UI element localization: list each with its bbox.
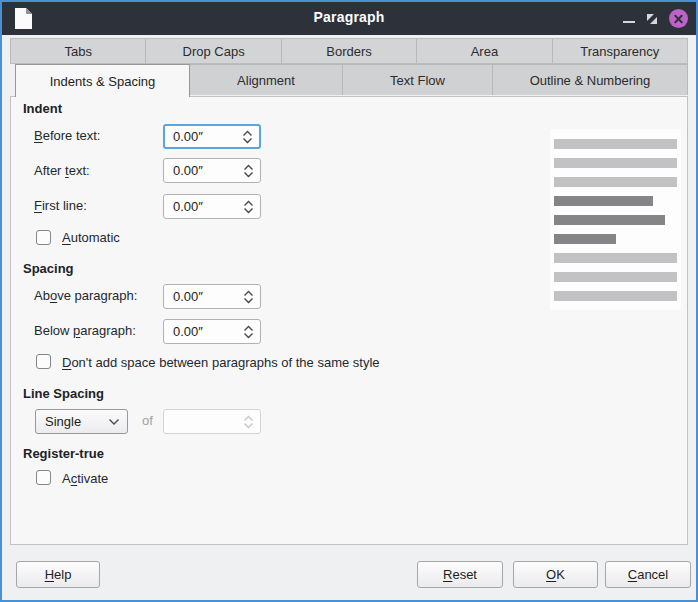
automatic-label[interactable]: Automatic (62, 230, 120, 246)
preview-line-light (554, 177, 677, 187)
before-text-spinbox[interactable]: 0.00″ (163, 124, 261, 149)
spin-up-icon[interactable] (243, 164, 254, 171)
tab-tabs[interactable]: Tabs (11, 39, 146, 63)
spin-down-icon (243, 422, 254, 429)
preview-line-dark (554, 234, 616, 244)
first-line-spinbox[interactable]: 0.00″ (163, 194, 261, 219)
first-line-value[interactable]: 0.00″ (173, 199, 236, 214)
tab-strip-top: Tabs Drop Caps Borders Area Transparency (10, 38, 688, 64)
window-title: Paragraph (2, 9, 696, 25)
paragraph-dialog: Paragraph Tabs Drop Caps Borders Area Tr… (0, 0, 698, 602)
chevron-down-icon (108, 418, 120, 426)
register-true-heading: Register-true (23, 446, 104, 462)
below-paragraph-value[interactable]: 0.00″ (173, 324, 236, 339)
spin-up-icon[interactable] (243, 290, 254, 297)
tab-outline-numbering[interactable]: Outline & Numbering (493, 64, 688, 95)
tab-borders[interactable]: Borders (282, 39, 417, 63)
activate-label[interactable]: Activate (62, 471, 108, 487)
spin-up-icon[interactable] (242, 130, 253, 137)
above-paragraph-value[interactable]: 0.00″ (173, 289, 236, 304)
line-spacing-dropdown[interactable]: Single (35, 409, 128, 434)
preview-line-light (554, 139, 677, 149)
spin-down-icon[interactable] (243, 207, 254, 214)
window-controls (623, 2, 688, 35)
titlebar[interactable]: Paragraph (2, 2, 696, 35)
minimize-icon[interactable] (623, 21, 635, 23)
tab-drop-caps[interactable]: Drop Caps (146, 39, 281, 63)
before-text-value[interactable]: 0.00″ (173, 129, 235, 144)
spacing-heading: Spacing (23, 261, 74, 277)
of-label: of (142, 413, 153, 429)
tab-text-flow[interactable]: Text Flow (343, 64, 493, 95)
reset-button[interactable]: Reset (417, 561, 503, 588)
spin-down-icon[interactable] (243, 297, 254, 304)
above-paragraph-spinbox[interactable]: 0.00″ (163, 284, 261, 309)
above-paragraph-label: Above paragraph: (34, 288, 137, 304)
preview-line-light (554, 272, 677, 282)
spin-down-icon[interactable] (242, 137, 253, 144)
before-text-label: Before text: (34, 128, 100, 144)
tab-strip-bottom: Indents & Spacing Alignment Text Flow Ou… (10, 64, 688, 96)
indent-heading: Indent (23, 101, 62, 117)
spin-up-icon[interactable] (243, 325, 254, 332)
spin-down-icon[interactable] (243, 332, 254, 339)
paragraph-preview (550, 129, 681, 310)
first-line-label: First line: (34, 198, 87, 214)
below-paragraph-label: Below paragraph: (34, 323, 136, 339)
preview-line-light (554, 253, 677, 263)
tab-alignment[interactable]: Alignment (190, 64, 343, 95)
spin-down-icon[interactable] (243, 171, 254, 178)
cancel-button[interactable]: Cancel (605, 561, 691, 588)
tab-area[interactable]: Area (417, 39, 552, 63)
tab-page-indents-spacing: Indent Before text: 0.00″ After text: 0.… (10, 96, 688, 545)
preview-line-light (554, 291, 677, 301)
ok-button[interactable]: OK (513, 561, 598, 588)
help-button[interactable]: Help (16, 561, 100, 588)
after-text-spinbox[interactable]: 0.00″ (163, 158, 261, 183)
automatic-checkbox[interactable] (36, 230, 51, 245)
preview-line-dark (554, 196, 653, 206)
preview-line-dark (554, 215, 665, 225)
preview-line-light (554, 158, 677, 168)
dont-add-space-label[interactable]: Don't add space between paragraphs of th… (62, 355, 380, 371)
close-icon[interactable] (669, 9, 688, 28)
tab-indents-spacing[interactable]: Indents & Spacing (15, 64, 190, 97)
below-paragraph-spinbox[interactable]: 0.00″ (163, 319, 261, 344)
activate-checkbox[interactable] (36, 470, 51, 485)
line-spacing-of-spinbox (163, 409, 261, 434)
after-text-label: After text: (34, 163, 90, 179)
line-spacing-heading: Line Spacing (23, 386, 104, 402)
dont-add-space-checkbox[interactable] (36, 354, 51, 369)
line-spacing-selected: Single (45, 414, 108, 429)
restore-icon[interactable] (646, 13, 658, 25)
after-text-value[interactable]: 0.00″ (173, 163, 236, 178)
tab-transparency[interactable]: Transparency (553, 39, 687, 63)
spin-up-icon (243, 415, 254, 422)
spin-up-icon[interactable] (243, 200, 254, 207)
